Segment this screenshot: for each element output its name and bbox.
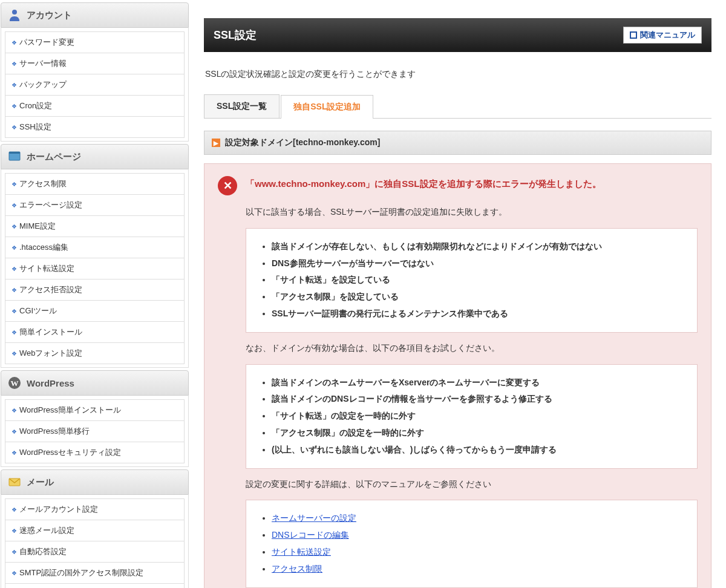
error-icon: ✕ xyxy=(218,176,237,195)
list-item: サイト転送設定 xyxy=(272,545,686,560)
section-title: WordPress xyxy=(27,378,74,388)
sidebar-item[interactable]: ❖パスワード変更 xyxy=(5,31,185,53)
sidebar-item[interactable]: ❖WordPressセキュリティ設定 xyxy=(5,442,185,463)
manual-label: 関連マニュアル xyxy=(640,30,695,41)
bullet-icon: ❖ xyxy=(11,528,17,534)
bullet-icon: ❖ xyxy=(11,287,17,293)
list-item: 「サイト転送」を設定している xyxy=(272,273,686,287)
list-item: アクセス制限 xyxy=(272,562,686,577)
sidebar-item-label: アクセス拒否設定 xyxy=(19,284,82,295)
section-header: メール xyxy=(1,469,189,495)
menu-box: ❖アクセス制限❖エラーページ設定❖MIME設定❖.htaccess編集❖サイト転… xyxy=(1,169,189,368)
error-p1: 以下に該当する場合、SSLサーバー証明書の設定追加に失敗します。 xyxy=(246,205,698,220)
person-icon xyxy=(7,8,22,22)
sidebar-item-label: MIME設定 xyxy=(19,221,56,232)
bullet-icon: ❖ xyxy=(11,506,17,513)
menu-box: ❖メールアカウント設定❖迷惑メール設定❖自動応答設定❖SMTP認証の国外アクセス… xyxy=(1,495,189,588)
sidebar-item-label: メールアカウント設定 xyxy=(19,504,98,515)
bullet-icon: ❖ xyxy=(11,244,17,251)
error-p2: なお、ドメインが有効な場合は、以下の各項目をお試しください。 xyxy=(246,341,698,356)
sidebar-item[interactable]: ❖簡単インストール xyxy=(5,321,185,343)
bullet-icon: ❖ xyxy=(11,124,17,131)
sidebar-item[interactable]: ❖SSH設定 xyxy=(5,116,185,138)
bullet-icon: ❖ xyxy=(11,329,17,336)
sidebar-item[interactable]: ❖メールアカウント設定 xyxy=(5,498,185,520)
bullet-icon: ❖ xyxy=(11,103,17,109)
list-item: DNSレコードの編集 xyxy=(272,528,686,543)
sidebar-item-label: WordPressセキュリティ設定 xyxy=(19,447,121,458)
error-box: ✕ 「www.techno-monkey.com」に独自SSL設定を追加する際に… xyxy=(204,163,711,588)
sidebar-item[interactable]: ❖.htaccess編集 xyxy=(5,237,185,258)
sidebar-item[interactable]: ❖アクセス制限 xyxy=(5,173,185,195)
domain-label: 設定対象ドメイン[techno-monkey.com] xyxy=(225,137,380,148)
bullet-icon: ❖ xyxy=(11,60,17,67)
sidebar-item[interactable]: ❖バックアップ xyxy=(5,74,185,96)
bullet-icon: ❖ xyxy=(11,570,17,577)
tab[interactable]: SSL設定一覧 xyxy=(204,94,280,118)
section-title: アカウント xyxy=(27,10,72,21)
manual-button[interactable]: 関連マニュアル xyxy=(623,27,702,44)
main-content: SSL設定 関連マニュアル SSLの設定状況確認と設定の変更を行うことができます… xyxy=(189,0,726,588)
bullet-icon: ❖ xyxy=(11,449,17,456)
sidebar-item[interactable]: ❖WordPress簡単インストール xyxy=(5,399,185,421)
sidebar-item-label: エラーページ設定 xyxy=(19,200,82,211)
sidebar-item-label: SSH設定 xyxy=(19,122,51,132)
sidebar-item-label: 迷惑メール設定 xyxy=(19,525,74,536)
sidebar-item[interactable]: ❖WordPress簡単移行 xyxy=(5,420,185,442)
sidebar-item-label: SMTP認証の国外アクセス制限設定 xyxy=(19,567,143,578)
reasons-box: 該当ドメインが存在しない、もしくは有効期限切れなどによりドメインが有効ではないD… xyxy=(246,228,698,333)
section-header: WWordPress xyxy=(1,370,189,396)
sidebar-item-label: アクセス制限 xyxy=(19,178,67,189)
sidebar-item-label: サーバー情報 xyxy=(19,58,67,69)
sidebar-item[interactable]: ❖SMTP認証の国外アクセス制限設定 xyxy=(5,562,185,584)
sidebar-item[interactable]: ❖サイト転送設定 xyxy=(5,258,185,279)
section-title: メール xyxy=(27,477,54,488)
list-item: DNS参照先サーバーが当サーバーではない xyxy=(272,256,686,271)
svg-rect-2 xyxy=(9,152,20,154)
sidebar-item[interactable]: ❖サーバー情報 xyxy=(5,53,185,74)
error-p3: 設定の変更に関する詳細は、以下のマニュアルをご参照ください xyxy=(246,477,698,492)
sidebar-item[interactable]: ❖Cron設定 xyxy=(5,95,185,117)
sidebar-item[interactable]: ❖MIME設定 xyxy=(5,215,185,237)
tabs: SSL設定一覧独自SSL設定追加 xyxy=(204,94,711,119)
sidebar-item-label: WordPress簡単移行 xyxy=(19,426,90,437)
sidebar-item[interactable]: ❖迷惑メール設定 xyxy=(5,520,185,541)
sidebar-item[interactable]: ❖自動応答設定 xyxy=(5,541,185,563)
bullet-icon: ❖ xyxy=(11,223,17,230)
tab[interactable]: 独自SSL設定追加 xyxy=(281,95,373,119)
list-item: 該当ドメインのネームサーバーをXserverのネームサーバーに変更する xyxy=(272,376,686,390)
sidebar-item[interactable]: ❖メールの振り分け xyxy=(5,583,185,588)
sidebar-item[interactable]: ❖Webフォント設定 xyxy=(5,342,185,364)
section-header: ホームページ xyxy=(1,144,189,169)
bullet-icon: ❖ xyxy=(11,202,17,209)
manual-icon xyxy=(630,31,637,39)
menu-box: ❖パスワード変更❖サーバー情報❖バックアップ❖Cron設定❖SSH設定 xyxy=(1,28,189,142)
manual-link[interactable]: ネームサーバーの設定 xyxy=(272,513,356,523)
svg-text:W: W xyxy=(11,379,19,388)
mail-icon xyxy=(7,475,22,489)
domain-bar: ▶ 設定対象ドメイン[techno-monkey.com] xyxy=(204,131,711,155)
manual-link[interactable]: サイト転送設定 xyxy=(272,547,331,557)
page-title-bar: SSL設定 関連マニュアル xyxy=(204,18,711,52)
wp-icon: W xyxy=(7,376,22,390)
sidebar-item-label: .htaccess編集 xyxy=(19,242,68,253)
page-title: SSL設定 xyxy=(214,28,257,42)
page-description: SSLの設定状況確認と設定の変更を行うことができます xyxy=(204,52,711,94)
bullet-icon: ❖ xyxy=(11,266,17,272)
sidebar: アカウント❖パスワード変更❖サーバー情報❖バックアップ❖Cron設定❖SSH設定… xyxy=(0,0,189,588)
sidebar-item[interactable]: ❖エラーページ設定 xyxy=(5,194,185,216)
arrow-icon: ▶ xyxy=(212,139,220,147)
sidebar-item-label: バックアップ xyxy=(19,79,67,90)
sidebar-item-label: WordPress簡単インストール xyxy=(19,405,121,416)
manual-link[interactable]: DNSレコードの編集 xyxy=(272,530,349,540)
sidebar-item-label: 簡単インストール xyxy=(19,327,82,338)
sidebar-item-label: 自動応答設定 xyxy=(19,546,67,557)
list-item: 該当ドメインが存在しない、もしくは有効期限切れなどによりドメインが有効ではない xyxy=(272,240,686,254)
sidebar-item-label: CGIツール xyxy=(19,305,57,316)
list-item: SSLサーバー証明書の発行元によるメンテナンス作業中である xyxy=(272,307,686,321)
section-header: アカウント xyxy=(1,2,189,28)
manual-link[interactable]: アクセス制限 xyxy=(272,564,322,573)
sidebar-item-label: Cron設定 xyxy=(19,100,52,111)
sidebar-item[interactable]: ❖アクセス拒否設定 xyxy=(5,279,185,301)
sidebar-item[interactable]: ❖CGIツール xyxy=(5,300,185,322)
